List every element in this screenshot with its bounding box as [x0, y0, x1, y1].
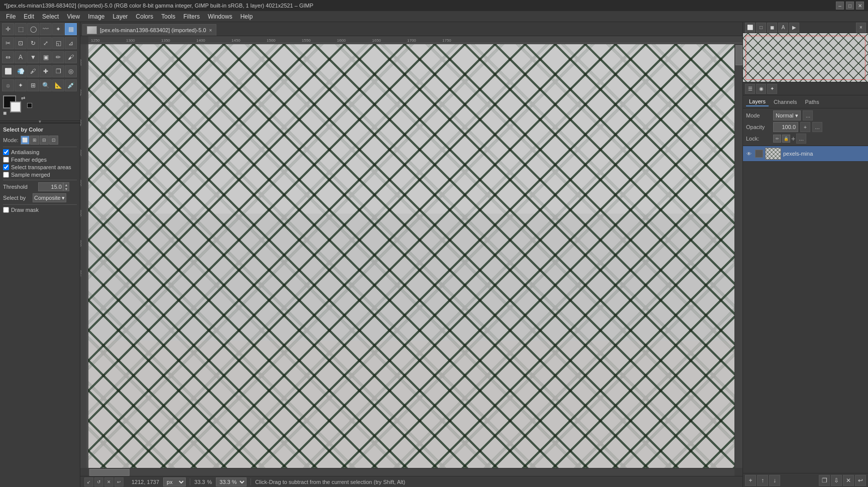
rp-tool-layers[interactable]: ☰ — [745, 84, 755, 94]
tool-free-select-icon[interactable]: 〰 — [40, 23, 52, 35]
tool-pencil-icon[interactable]: ✏ — [52, 51, 64, 63]
lock-extra-btn[interactable]: … — [796, 134, 806, 144]
menu-layer[interactable]: Layer — [109, 12, 132, 21]
tab-layers[interactable]: Layers — [746, 97, 769, 106]
sample-merged-checkbox[interactable] — [3, 172, 9, 178]
tool-heal-icon[interactable]: ✚ — [40, 65, 52, 77]
menu-image[interactable]: Image — [84, 12, 108, 21]
raise-layer-button[interactable]: ↑ — [757, 475, 768, 486]
preview-tool-1[interactable]: ⬜ — [745, 23, 755, 33]
feather-edges-checkbox[interactable] — [3, 157, 9, 163]
zoom-selector[interactable]: 33.3 % 25 % 50 % 100 % — [216, 477, 246, 486]
opacity-add-btn[interactable]: + — [800, 122, 810, 132]
preview-tool-5[interactable]: ▶ — [789, 23, 799, 33]
tool-scissors-icon[interactable]: ✂ — [2, 37, 14, 49]
tool-clone-icon[interactable]: ❐ — [52, 65, 64, 77]
reset-colors-icon[interactable]: ◼ — [3, 110, 7, 115]
mode-replace-button[interactable]: ⬜ — [21, 136, 30, 145]
tool-zoom-icon[interactable]: 🔍 — [40, 79, 52, 91]
tool-crop-icon[interactable]: ⊡ — [15, 37, 27, 49]
horizontal-scrollbar-thumb[interactable] — [89, 469, 130, 476]
tool-airbrush-icon[interactable]: 💨 — [15, 65, 27, 77]
tool-path-icon[interactable]: ✦ — [15, 79, 27, 91]
statusbar-btn-1[interactable]: ↙ — [84, 477, 93, 486]
tool-perspective-icon[interactable]: ⊿ — [65, 37, 77, 49]
menu-windows[interactable]: Windows — [204, 12, 236, 21]
tool-eraser-icon[interactable]: ⬜ — [2, 65, 14, 77]
lock-add-icon[interactable]: + — [791, 135, 795, 143]
menu-file[interactable]: File — [2, 12, 20, 21]
statusbar-btn-2[interactable]: ↺ — [94, 477, 103, 486]
image-tab[interactable]: [pex.els-minan1398-683402] (imported)-5.… — [82, 24, 216, 36]
threshold-spinner[interactable]: ▲ ▼ — [63, 182, 69, 191]
mode-dropdown[interactable]: Normal ▾ — [773, 110, 801, 120]
tool-dodge-icon[interactable]: ☼ — [2, 79, 14, 91]
swap-colors-icon[interactable]: ⇄ — [21, 95, 25, 101]
tool-blend-icon[interactable]: ▣ — [40, 51, 52, 63]
menu-view[interactable]: View — [63, 12, 84, 21]
threshold-up-icon[interactable]: ▲ — [64, 183, 69, 187]
menu-colors[interactable]: Colors — [132, 12, 158, 21]
tool-paintbrush-icon[interactable]: 🖌 — [65, 51, 77, 63]
mode-intersect-button[interactable]: ⊡ — [49, 136, 58, 145]
tab-channels[interactable]: Channels — [771, 98, 800, 106]
layer-row-0[interactable]: 👁 — [743, 146, 868, 162]
rp-tool-paths[interactable]: ✦ — [767, 84, 777, 94]
tool-ellipse-icon[interactable]: ◯ — [27, 23, 39, 35]
layer-visibility-0[interactable]: 👁 — [745, 150, 753, 158]
tool-scale-icon[interactable]: ⤢ — [40, 37, 52, 49]
opacity-input[interactable] — [773, 122, 798, 132]
antialiasing-checkbox[interactable] — [3, 149, 9, 155]
tool-rect-select-icon[interactable]: ⬚ — [15, 23, 27, 35]
tool-bucket-fill-icon[interactable]: ▼ — [27, 51, 39, 63]
menu-tools[interactable]: Tools — [157, 12, 179, 21]
preview-tool-3[interactable]: ◼ — [767, 23, 777, 33]
tool-text-icon[interactable]: A — [15, 51, 27, 63]
maximize-button[interactable]: □ — [846, 2, 854, 10]
vertical-scrollbar-thumb[interactable] — [735, 45, 742, 65]
delete-layer-button[interactable]: ✕ — [843, 475, 854, 486]
mode-extra-btn[interactable]: … — [803, 110, 813, 120]
unit-selector[interactable]: px mm in — [163, 477, 186, 486]
menu-help[interactable]: Help — [236, 12, 257, 21]
right-scrollbar[interactable] — [734, 44, 742, 468]
new-layer-button[interactable]: + — [745, 475, 756, 486]
tool-blur-icon[interactable]: ◎ — [65, 65, 77, 77]
tool-rotate-icon[interactable]: ↻ — [27, 37, 39, 49]
select-by-dropdown[interactable]: Composite ▾ — [33, 193, 66, 202]
threshold-input[interactable] — [38, 182, 63, 191]
tool-fuzzy-select-icon[interactable]: ✦ — [52, 23, 64, 35]
tool-move-icon[interactable]: ✛ — [2, 23, 14, 35]
rp-tool-channels[interactable]: ◉ — [756, 84, 766, 94]
tab-paths[interactable]: Paths — [802, 98, 822, 106]
lock-pixels-icon[interactable]: ✏ — [773, 135, 781, 143]
mode-add-button[interactable]: ⊞ — [30, 136, 39, 145]
anchor-layer-button[interactable]: ↩ — [855, 475, 866, 486]
lock-alpha-icon[interactable]: 🔒 — [782, 135, 790, 143]
background-color[interactable] — [10, 101, 21, 112]
lower-layer-button[interactable]: ↓ — [769, 475, 780, 486]
tool-shear-icon[interactable]: ◱ — [52, 37, 64, 49]
statusbar-btn-4[interactable]: ↩ — [114, 477, 123, 486]
merge-layer-button[interactable]: ⇩ — [831, 475, 842, 486]
tool-align-icon[interactable]: ⊞ — [27, 79, 39, 91]
menu-edit[interactable]: Edit — [20, 12, 38, 21]
opacity-extra-btn[interactable]: … — [812, 122, 822, 132]
statusbar-btn-3[interactable]: ✕ — [104, 477, 113, 486]
threshold-down-icon[interactable]: ▼ — [64, 187, 69, 191]
bottom-scrollbar[interactable] — [88, 468, 734, 476]
tool-color-picker-icon[interactable]: 💉 — [65, 79, 77, 91]
preview-close-button[interactable]: × — [856, 23, 866, 33]
menu-filters[interactable]: Filters — [179, 12, 204, 21]
preview-tool-4[interactable]: A — [778, 23, 788, 33]
tool-by-color-select-icon[interactable]: ▩ — [65, 23, 77, 35]
image-tab-close-button[interactable]: × — [209, 28, 212, 33]
tool-ink-icon[interactable]: 🖋 — [27, 65, 39, 77]
mode-subtract-button[interactable]: ⊟ — [40, 136, 49, 145]
menu-select[interactable]: Select — [38, 12, 63, 21]
canvas-viewport[interactable] — [88, 44, 734, 468]
minimize-button[interactable]: – — [836, 2, 844, 10]
tool-measure-icon[interactable]: 📐 — [52, 79, 64, 91]
preview-tool-2[interactable]: □ — [756, 23, 766, 33]
close-window-button[interactable]: ✕ — [856, 2, 864, 10]
